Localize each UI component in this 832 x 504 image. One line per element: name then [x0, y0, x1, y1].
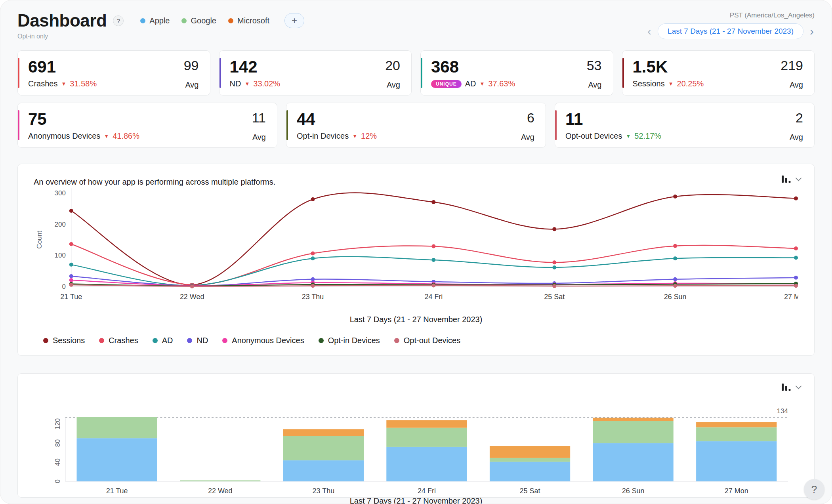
accent-bar — [219, 58, 221, 88]
platform-filter-apple[interactable]: Apple — [140, 16, 170, 25]
accent-bar — [18, 110, 19, 140]
svg-text:23 Thu: 23 Thu — [302, 293, 324, 301]
header: Dashboard ? Apple Google Microsoft — [0, 0, 832, 40]
legend-item-anonymous-devices[interactable]: Anonymous Devices — [222, 336, 304, 345]
chart-type-icon[interactable] — [781, 174, 792, 184]
svg-text:27 Mon: 27 Mon — [725, 487, 748, 495]
platform-label: Apple — [149, 16, 170, 25]
microsoft-dot-icon — [228, 18, 233, 23]
chevron-down-icon[interactable] — [796, 383, 802, 389]
stat-value: 368 — [431, 58, 515, 76]
legend-label: Crashes — [109, 336, 138, 345]
stat-card-opt-out-devices[interactable]: 11 Opt-out Devices ▼ 52.17% 2 Avg — [555, 103, 815, 148]
stat-change: 12% — [361, 132, 377, 141]
stat-card-ad[interactable]: 368 UNIQUE AD ▼ 37.63% 53 Avg — [420, 50, 613, 95]
stat-card-anonymous-devices[interactable]: 75 Anonymous Devices ▼ 41.86% 11 Avg — [17, 103, 277, 148]
platform-chart-card: 0408012013421 Tue22 Wed23 Thu24 Fri25 Sa… — [17, 373, 815, 498]
legend-item-ad[interactable]: AD — [153, 336, 173, 345]
help-button[interactable]: ? — [804, 479, 824, 500]
svg-text:0: 0 — [54, 479, 61, 483]
stat-card-opt-in-devices[interactable]: 44 Opt-in Devices ▼ 12% 6 Avg — [286, 103, 546, 148]
trend-down-icon: ▼ — [352, 134, 357, 139]
dashboard-app: Dashboard ? Apple Google Microsoft — [0, 0, 832, 504]
header-left: Dashboard ? Apple Google Microsoft — [17, 11, 304, 40]
trend-down-icon: ▼ — [479, 81, 485, 86]
stat-label: Opt-out Devices — [565, 132, 622, 141]
legend-item-nd[interactable]: ND — [187, 336, 208, 345]
svg-text:22 Wed: 22 Wed — [180, 293, 204, 301]
overview-line-chart[interactable]: 010020030021 Tue22 Wed23 Thu24 Fri25 Sat… — [34, 187, 798, 313]
overview-chart-description: An overview of how your app is performin… — [34, 178, 798, 187]
svg-text:100: 100 — [55, 252, 66, 259]
avg-value: 99 — [184, 58, 199, 73]
date-range-selector[interactable]: Last 7 Days (21 - 27 November 2023) — [658, 23, 803, 39]
accent-bar — [18, 58, 19, 88]
avg-value: 2 — [790, 110, 803, 126]
stat-card-crashes[interactable]: 691 Crashes ▼ 31.58% 99 Avg — [17, 50, 210, 95]
svg-text:300: 300 — [55, 189, 66, 197]
prev-range-chevron-icon[interactable]: ‹ — [647, 25, 652, 37]
anonymous-devices-dot-icon — [222, 338, 227, 343]
svg-text:40: 40 — [54, 458, 61, 466]
svg-text:120: 120 — [54, 418, 61, 430]
chevron-down-icon[interactable] — [796, 175, 802, 181]
platform-filter-microsoft[interactable]: Microsoft — [228, 16, 269, 25]
svg-text:80: 80 — [54, 439, 61, 447]
avg-label: Avg — [790, 133, 803, 142]
avg-label: Avg — [184, 80, 199, 90]
legend-label: Opt-in Devices — [328, 336, 380, 345]
apple-dot-icon — [140, 18, 145, 23]
stat-change: 20.25% — [677, 79, 704, 88]
trend-down-icon: ▼ — [668, 81, 674, 86]
google-dot-icon — [181, 18, 187, 23]
legend-item-crashes[interactable]: Crashes — [99, 336, 138, 345]
legend-item-opt-in-devices[interactable]: Opt-in Devices — [319, 336, 380, 345]
svg-text:21 Tue: 21 Tue — [106, 487, 128, 495]
stat-card-sessions[interactable]: 1.5K Sessions ▼ 20.25% 219 Avg — [622, 50, 815, 95]
svg-text:22 Wed: 22 Wed — [208, 487, 233, 495]
platform-filter-google[interactable]: Google — [181, 16, 216, 25]
add-platform-button[interactable]: + — [284, 13, 304, 28]
avg-label: Avg — [780, 80, 803, 90]
svg-text:25 Sat: 25 Sat — [544, 293, 565, 301]
accent-bar — [421, 58, 422, 88]
avg-value: 20 — [385, 58, 400, 73]
stat-value: 44 — [297, 110, 377, 128]
trend-down-icon: ▼ — [244, 81, 250, 86]
platform-legend: Apple Google Microsoft — [140, 16, 269, 25]
stat-cards-row-1: 691 Crashes ▼ 31.58% 99 Avg 142 ND ▼ 33.… — [17, 50, 815, 95]
stat-card-nd[interactable]: 142 ND ▼ 33.02% 20 Avg — [219, 50, 412, 95]
stat-change: 52.17% — [634, 132, 661, 141]
stat-label: Opt-in Devices — [297, 132, 349, 141]
platform-chart-caption: Last 7 Days (21 - 27 November 2023) — [34, 496, 798, 504]
stat-value: 75 — [28, 110, 139, 128]
svg-text:Count: Count — [36, 231, 43, 249]
platform-label: Microsoft — [237, 16, 269, 25]
stat-value: 691 — [28, 58, 97, 76]
legend-item-opt-out-devices[interactable]: Opt-out Devices — [394, 336, 460, 345]
legend-label: AD — [162, 336, 173, 345]
overview-chart-card: An overview of how your app is performin… — [17, 164, 815, 356]
svg-text:23 Thu: 23 Thu — [313, 487, 335, 495]
avg-label: Avg — [521, 133, 534, 142]
stat-label: ND — [230, 79, 241, 88]
stat-change: 31.58% — [70, 79, 97, 88]
stat-cards-row-2: 75 Anonymous Devices ▼ 41.86% 11 Avg 44 … — [17, 103, 815, 148]
legend-label: Opt-out Devices — [404, 336, 460, 345]
platform-bar-chart[interactable]: 0408012013421 Tue22 Wed23 Thu24 Fri25 Sa… — [34, 396, 798, 495]
svg-text:24 Fri: 24 Fri — [424, 293, 443, 301]
opt-in-note: Opt-in only — [17, 33, 304, 40]
title-help-icon[interactable]: ? — [113, 15, 124, 26]
page-title: Dashboard — [17, 11, 107, 31]
legend-item-sessions[interactable]: Sessions — [43, 336, 85, 345]
svg-text:134: 134 — [777, 407, 788, 415]
platform-label: Google — [191, 16, 216, 25]
sessions-dot-icon — [43, 338, 48, 343]
next-range-chevron-icon[interactable]: › — [809, 25, 815, 37]
stat-value: 11 — [565, 110, 661, 128]
trend-down-icon: ▼ — [104, 134, 109, 139]
chart-type-icon[interactable] — [781, 382, 792, 392]
svg-text:24 Fri: 24 Fri — [418, 487, 436, 495]
stat-label: Crashes — [28, 79, 57, 88]
overview-chart-legend: Sessions Crashes AD ND Anonymous Devices… — [43, 336, 798, 345]
